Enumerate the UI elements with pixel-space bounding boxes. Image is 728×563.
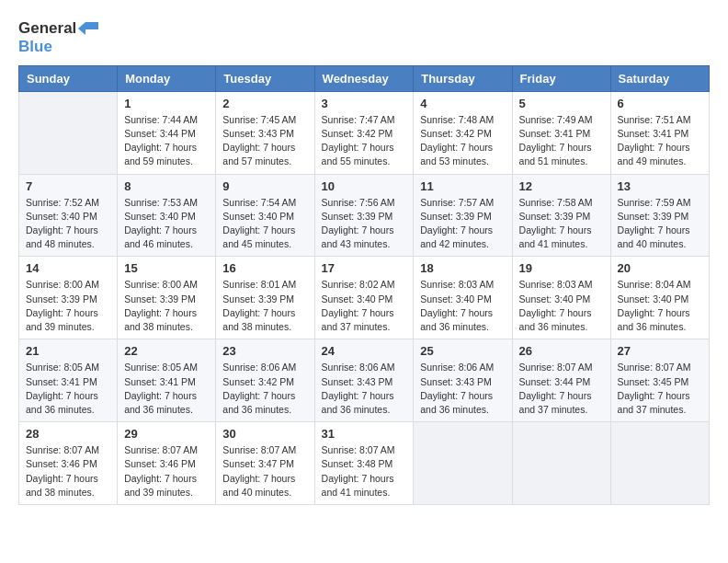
day-number: 20 xyxy=(618,261,702,275)
day-info: Sunrise: 8:06 AMSunset: 3:43 PMDaylight:… xyxy=(420,361,505,417)
day-number: 25 xyxy=(420,344,505,358)
weekday-header-monday: Monday xyxy=(118,65,216,91)
day-info: Sunrise: 8:00 AMSunset: 3:39 PMDaylight:… xyxy=(26,278,110,334)
day-info: Sunrise: 8:07 AMSunset: 3:45 PMDaylight:… xyxy=(618,361,702,417)
day-number: 10 xyxy=(322,179,407,193)
day-info: Sunrise: 8:07 AMSunset: 3:44 PMDaylight:… xyxy=(519,361,604,417)
calendar-cell: 31Sunrise: 8:07 AMSunset: 3:48 PMDayligh… xyxy=(314,422,414,505)
calendar-cell: 23Sunrise: 8:06 AMSunset: 3:42 PMDayligh… xyxy=(216,339,314,422)
day-info: Sunrise: 8:02 AMSunset: 3:40 PMDaylight:… xyxy=(322,278,407,334)
calendar-cell: 19Sunrise: 8:03 AMSunset: 3:40 PMDayligh… xyxy=(512,257,610,339)
day-info: Sunrise: 7:52 AMSunset: 3:40 PMDaylight:… xyxy=(26,196,110,252)
weekday-header-tuesday: Tuesday xyxy=(216,65,314,91)
calendar-cell xyxy=(512,422,610,505)
calendar-cell: 25Sunrise: 8:06 AMSunset: 3:43 PMDayligh… xyxy=(414,339,512,422)
calendar-table: SundayMondayTuesdayWednesdayThursdayFrid… xyxy=(18,65,710,505)
calendar-cell: 18Sunrise: 8:03 AMSunset: 3:40 PMDayligh… xyxy=(414,257,512,339)
day-info: Sunrise: 7:56 AMSunset: 3:39 PMDaylight:… xyxy=(322,196,407,252)
day-number: 1 xyxy=(124,97,209,110)
day-number: 19 xyxy=(519,261,604,275)
calendar-week-row: 21Sunrise: 8:05 AMSunset: 3:41 PMDayligh… xyxy=(19,339,710,422)
calendar-week-row: 14Sunrise: 8:00 AMSunset: 3:39 PMDayligh… xyxy=(19,257,710,339)
day-number: 28 xyxy=(26,427,110,441)
day-number: 7 xyxy=(26,179,110,193)
calendar-cell xyxy=(610,422,709,505)
day-info: Sunrise: 8:01 AMSunset: 3:39 PMDaylight:… xyxy=(222,278,307,334)
calendar-cell: 1Sunrise: 7:44 AMSunset: 3:44 PMDaylight… xyxy=(118,91,216,174)
day-number: 3 xyxy=(322,97,407,110)
calendar-week-row: 28Sunrise: 8:07 AMSunset: 3:46 PMDayligh… xyxy=(19,422,710,505)
calendar-cell: 15Sunrise: 8:00 AMSunset: 3:39 PMDayligh… xyxy=(118,257,216,339)
day-number: 16 xyxy=(222,261,307,275)
calendar-cell: 20Sunrise: 8:04 AMSunset: 3:40 PMDayligh… xyxy=(610,257,709,339)
day-number: 6 xyxy=(618,97,702,110)
day-number: 8 xyxy=(124,179,209,193)
calendar-cell: 26Sunrise: 8:07 AMSunset: 3:44 PMDayligh… xyxy=(512,339,610,422)
day-number: 5 xyxy=(519,97,604,110)
day-number: 29 xyxy=(124,427,209,441)
logo-general: General xyxy=(18,20,76,38)
calendar-cell: 17Sunrise: 8:02 AMSunset: 3:40 PMDayligh… xyxy=(314,257,414,339)
calendar-cell: 2Sunrise: 7:45 AMSunset: 3:43 PMDaylight… xyxy=(216,91,314,174)
calendar-cell: 3Sunrise: 7:47 AMSunset: 3:42 PMDaylight… xyxy=(314,91,414,174)
day-number: 14 xyxy=(26,261,110,275)
day-info: Sunrise: 7:48 AMSunset: 3:42 PMDaylight:… xyxy=(420,113,505,169)
weekday-header-saturday: Saturday xyxy=(610,65,709,91)
calendar-cell xyxy=(19,91,118,174)
calendar-cell: 29Sunrise: 8:07 AMSunset: 3:46 PMDayligh… xyxy=(118,422,216,505)
calendar-cell: 4Sunrise: 7:48 AMSunset: 3:42 PMDaylight… xyxy=(414,91,512,174)
day-number: 11 xyxy=(420,179,505,193)
calendar-week-row: 7Sunrise: 7:52 AMSunset: 3:40 PMDaylight… xyxy=(19,174,710,257)
day-info: Sunrise: 8:00 AMSunset: 3:39 PMDaylight:… xyxy=(124,278,209,334)
day-info: Sunrise: 8:05 AMSunset: 3:41 PMDaylight:… xyxy=(124,361,209,417)
day-info: Sunrise: 7:58 AMSunset: 3:39 PMDaylight:… xyxy=(519,196,604,252)
logo-blue: Blue xyxy=(18,38,52,55)
day-number: 12 xyxy=(519,179,604,193)
day-info: Sunrise: 7:59 AMSunset: 3:39 PMDaylight:… xyxy=(618,196,702,252)
calendar-cell: 10Sunrise: 7:56 AMSunset: 3:39 PMDayligh… xyxy=(314,174,414,257)
calendar-cell: 14Sunrise: 8:00 AMSunset: 3:39 PMDayligh… xyxy=(19,257,118,339)
day-number: 2 xyxy=(222,97,307,110)
day-number: 15 xyxy=(124,261,209,275)
day-info: Sunrise: 7:49 AMSunset: 3:41 PMDaylight:… xyxy=(519,113,604,169)
day-info: Sunrise: 7:45 AMSunset: 3:43 PMDaylight:… xyxy=(222,113,307,169)
day-info: Sunrise: 8:07 AMSunset: 3:48 PMDaylight:… xyxy=(322,443,407,500)
logo: General Blue xyxy=(18,18,98,56)
day-number: 27 xyxy=(618,344,702,358)
day-number: 26 xyxy=(519,344,604,358)
calendar-cell: 24Sunrise: 8:06 AMSunset: 3:43 PMDayligh… xyxy=(314,339,414,422)
day-number: 21 xyxy=(26,344,110,358)
calendar-cell: 7Sunrise: 7:52 AMSunset: 3:40 PMDaylight… xyxy=(19,174,118,257)
day-number: 17 xyxy=(322,261,407,275)
day-info: Sunrise: 8:07 AMSunset: 3:47 PMDaylight:… xyxy=(222,443,307,500)
calendar-cell: 9Sunrise: 7:54 AMSunset: 3:40 PMDaylight… xyxy=(216,174,314,257)
calendar-week-row: 1Sunrise: 7:44 AMSunset: 3:44 PMDaylight… xyxy=(19,91,710,174)
weekday-header-friday: Friday xyxy=(512,65,610,91)
day-number: 13 xyxy=(618,179,702,193)
day-number: 18 xyxy=(420,261,505,275)
day-info: Sunrise: 8:06 AMSunset: 3:42 PMDaylight:… xyxy=(222,361,307,417)
day-info: Sunrise: 7:51 AMSunset: 3:41 PMDaylight:… xyxy=(618,113,702,169)
calendar-cell: 21Sunrise: 8:05 AMSunset: 3:41 PMDayligh… xyxy=(19,339,118,422)
day-number: 23 xyxy=(222,344,307,358)
day-number: 4 xyxy=(420,97,505,110)
day-info: Sunrise: 7:47 AMSunset: 3:42 PMDaylight:… xyxy=(322,113,407,169)
day-info: Sunrise: 8:07 AMSunset: 3:46 PMDaylight:… xyxy=(124,443,209,500)
day-info: Sunrise: 7:57 AMSunset: 3:39 PMDaylight:… xyxy=(420,196,505,252)
day-info: Sunrise: 7:53 AMSunset: 3:40 PMDaylight:… xyxy=(124,196,209,252)
calendar-cell: 28Sunrise: 8:07 AMSunset: 3:46 PMDayligh… xyxy=(19,422,118,505)
calendar-cell: 13Sunrise: 7:59 AMSunset: 3:39 PMDayligh… xyxy=(610,174,709,257)
logo-text: General Blue xyxy=(18,18,98,56)
calendar-cell xyxy=(414,422,512,505)
calendar-cell: 8Sunrise: 7:53 AMSunset: 3:40 PMDaylight… xyxy=(118,174,216,257)
page-header: General Blue xyxy=(18,18,710,56)
day-number: 24 xyxy=(322,344,407,358)
day-number: 9 xyxy=(222,179,307,193)
day-info: Sunrise: 8:07 AMSunset: 3:46 PMDaylight:… xyxy=(26,443,110,500)
calendar-cell: 30Sunrise: 8:07 AMSunset: 3:47 PMDayligh… xyxy=(216,422,314,505)
day-info: Sunrise: 8:05 AMSunset: 3:41 PMDaylight:… xyxy=(26,361,110,417)
calendar-cell: 12Sunrise: 7:58 AMSunset: 3:39 PMDayligh… xyxy=(512,174,610,257)
day-info: Sunrise: 8:03 AMSunset: 3:40 PMDaylight:… xyxy=(420,278,505,334)
calendar-cell: 11Sunrise: 7:57 AMSunset: 3:39 PMDayligh… xyxy=(414,174,512,257)
weekday-header-thursday: Thursday xyxy=(414,65,512,91)
